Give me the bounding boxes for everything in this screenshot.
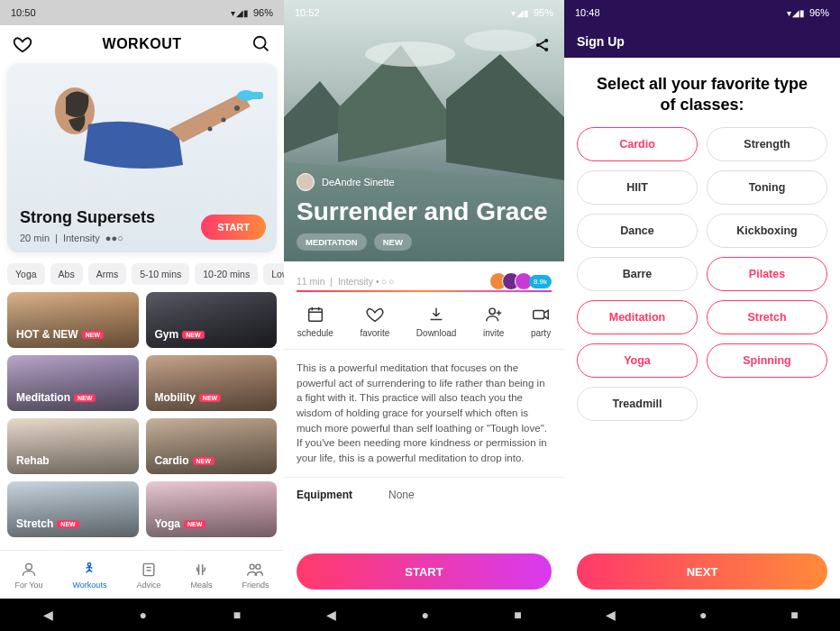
class-title: Surrender and Grace	[297, 198, 552, 224]
back-icon[interactable]: ◀	[43, 608, 53, 622]
status-bar: 10:50 ▾◢▮ 96%	[0, 0, 284, 25]
class-choice-strength[interactable]: Strength	[707, 127, 827, 161]
bottom-tab-bar: For YouWorkoutsAdviceMealsFriends	[0, 550, 284, 599]
tab-for-you[interactable]: For You	[15, 561, 43, 590]
svg-point-7	[208, 127, 213, 132]
home-icon[interactable]: ●	[699, 608, 707, 622]
action-invite[interactable]: invite	[483, 305, 504, 338]
action-row: schedulefavoriteDownloadinviteparty	[284, 301, 564, 350]
action-favorite[interactable]: favorite	[360, 305, 389, 338]
signup-header: Sign Up	[564, 25, 840, 58]
class-choice-toning[interactable]: Toning	[707, 170, 827, 205]
tab-meals[interactable]: Meals	[190, 561, 212, 590]
category-card[interactable]: Rehab	[7, 418, 139, 474]
tab-label: Meals	[190, 581, 212, 590]
divider-gradient	[297, 290, 552, 292]
back-icon[interactable]: ◀	[606, 608, 616, 622]
category-card[interactable]: YogaNEW	[146, 481, 278, 537]
new-badge: NEW	[182, 331, 204, 339]
tag-row: MEDITATIONNEW	[297, 233, 552, 251]
svg-rect-4	[251, 92, 263, 99]
tab-advice[interactable]: Advice	[136, 561, 160, 590]
svg-rect-30	[534, 310, 544, 318]
tab-label: Workouts	[73, 581, 107, 590]
category-label: Cardio	[155, 454, 189, 467]
category-card[interactable]: CardioNEW	[146, 418, 278, 474]
class-choice-kickboxing[interactable]: Kickboxing	[707, 214, 827, 248]
workout-person-illustration	[25, 70, 277, 197]
signup-title: Select all your favorite type of classes…	[564, 58, 840, 127]
tab-friends[interactable]: Friends	[242, 561, 269, 590]
category-card[interactable]: GymNEW	[146, 292, 278, 348]
svg-point-16	[256, 564, 260, 569]
class-tag: NEW	[374, 233, 412, 251]
filter-chip-row[interactable]: YogaAbsArms5-10 mins10-20 minsLow intens…	[0, 252, 284, 292]
class-choice-dance[interactable]: Dance	[577, 214, 698, 248]
screen-workout-list: 10:50 ▾◢▮ 96% WORKOUT Strong Supersets	[0, 0, 284, 631]
start-button[interactable]: START	[201, 215, 266, 240]
category-card[interactable]: MobilityNEW	[146, 355, 278, 411]
svg-point-27	[489, 308, 495, 314]
author-avatar	[297, 173, 315, 191]
category-label: Mobility	[155, 391, 196, 404]
featured-workout-card[interactable]: Strong Supersets 20 min | Intensity ●●○ …	[7, 63, 277, 252]
filter-chip[interactable]: Yoga	[7, 263, 45, 285]
status-icons: ▾◢▮ 96%	[231, 7, 273, 18]
filter-chip[interactable]: 10-20 mins	[195, 263, 258, 285]
filter-chip[interactable]: Arms	[88, 263, 127, 285]
next-button[interactable]: NEXT	[577, 553, 827, 590]
new-badge: NEW	[193, 457, 215, 465]
tab-workouts[interactable]: Workouts	[73, 561, 107, 590]
status-time: 10:52	[295, 7, 320, 18]
new-badge: NEW	[199, 394, 221, 402]
android-nav-bar[interactable]: ◀ ● ■	[284, 599, 564, 631]
svg-point-19	[464, 30, 536, 51]
screen-class-detail: 10:52 ▾◢▮ 95% DeAndre S	[284, 0, 564, 631]
participant-count: 8.9k	[529, 275, 552, 288]
class-choice-meditation[interactable]: Meditation	[577, 300, 698, 334]
action-party[interactable]: party	[531, 305, 551, 338]
new-badge: NEW	[184, 520, 205, 528]
back-icon[interactable]: ◀	[326, 608, 336, 622]
category-card[interactable]: StretchNEW	[7, 481, 139, 537]
filter-chip[interactable]: Low intensity	[263, 263, 284, 285]
recents-icon[interactable]: ■	[233, 608, 241, 622]
class-choice-cardio[interactable]: Cardio	[577, 127, 698, 161]
android-nav-bar[interactable]: ◀ ● ■	[564, 599, 840, 631]
home-icon[interactable]: ●	[140, 608, 147, 622]
category-card[interactable]: MeditationNEW	[7, 355, 139, 411]
class-choice-spinning[interactable]: Spinning	[707, 343, 827, 378]
class-choice-barre[interactable]: Barre	[577, 257, 698, 291]
category-card[interactable]: HOT & NEWNEW	[7, 292, 139, 348]
category-label: Yoga	[155, 517, 180, 530]
class-choice-pilates[interactable]: Pilates	[707, 257, 827, 291]
action-download[interactable]: Download	[416, 305, 456, 338]
android-nav-bar[interactable]: ◀ ● ■	[0, 599, 284, 631]
action-schedule[interactable]: schedule	[297, 305, 333, 338]
home-icon[interactable]: ●	[422, 608, 429, 622]
recents-icon[interactable]: ■	[790, 608, 798, 622]
author-row[interactable]: DeAndre Sinette	[297, 173, 552, 191]
status-icons: ▾◢▮ 96%	[787, 7, 829, 18]
start-class-button[interactable]: START	[297, 553, 552, 590]
svg-line-1	[264, 47, 269, 51]
screen-signup-classes: 10:48 ▾◢▮ 96% Sign Up Select all your fa…	[564, 0, 840, 631]
class-choice-treadmill[interactable]: Treadmill	[577, 387, 698, 421]
app-header: WORKOUT	[0, 25, 284, 63]
class-tag: MEDITATION	[297, 233, 367, 251]
class-choice-yoga[interactable]: Yoga	[577, 343, 698, 378]
recents-icon[interactable]: ■	[514, 608, 521, 622]
class-choice-hiit[interactable]: HIIT	[577, 170, 698, 205]
participant-avatars[interactable]: 8.9k	[495, 272, 552, 290]
class-choice-stretch[interactable]: Stretch	[707, 300, 827, 334]
share-icon[interactable]	[534, 36, 552, 57]
svg-point-8	[26, 563, 32, 570]
class-hero-image: DeAndre Sinette Surrender and Grace MEDI…	[284, 0, 564, 261]
search-icon[interactable]	[251, 34, 271, 54]
equipment-value: None	[388, 489, 415, 501]
favorites-icon[interactable]	[13, 34, 32, 54]
filter-chip[interactable]: Abs	[50, 263, 83, 285]
filter-chip[interactable]: 5-10 mins	[132, 263, 189, 285]
svg-point-0	[254, 37, 266, 49]
svg-point-9	[88, 562, 91, 565]
